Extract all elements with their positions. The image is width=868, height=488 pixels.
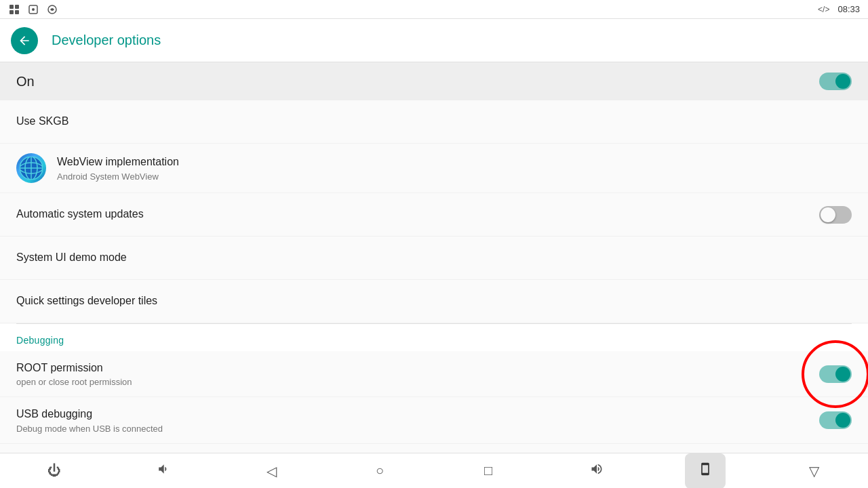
status-bar: </> 08:33 xyxy=(0,0,868,19)
status-bar-right: </> 08:33 xyxy=(818,4,860,14)
debugging-header: Debugging xyxy=(0,324,868,351)
root-toggle-wrapper xyxy=(819,365,852,383)
toggle-thumb-off xyxy=(821,207,835,222)
quick-settings-title: Quick settings developer tiles xyxy=(16,293,852,308)
time-display: 08:33 xyxy=(837,4,860,14)
on-label: On xyxy=(16,74,35,89)
svg-point-5 xyxy=(32,8,35,11)
content-area: On Use SKGB WebView implementation A xyxy=(0,62,868,453)
nav-screenshot[interactable] xyxy=(685,453,726,489)
app-icon-3 xyxy=(46,3,58,16)
system-ui-title: System UI demo mode xyxy=(16,250,852,265)
header: Developer options xyxy=(0,19,868,62)
nav-dropdown[interactable]: ▽ xyxy=(793,453,834,489)
root-permission-item[interactable]: ROOT permission open or close root permi… xyxy=(0,351,868,397)
root-permission-text: ROOT permission open or close root permi… xyxy=(16,361,819,387)
power-icon: ⏻ xyxy=(47,463,61,479)
auto-updates-text: Automatic system updates xyxy=(16,207,819,222)
nav-recents[interactable]: □ xyxy=(468,453,509,489)
webview-title: WebView implementation xyxy=(57,155,852,169)
svg-rect-2 xyxy=(9,10,14,14)
page-title: Developer options xyxy=(52,33,161,48)
usb-debugging-title: USB debugging xyxy=(16,407,819,422)
webview-subtitle: Android System WebView xyxy=(57,171,852,182)
developer-options-toggle[interactable] xyxy=(819,73,852,90)
auto-updates-title: Automatic system updates xyxy=(16,207,819,222)
use-skgb-item[interactable]: Use SKGB xyxy=(0,100,868,144)
system-ui-text: System UI demo mode xyxy=(16,250,852,265)
back-icon: ◁ xyxy=(267,463,277,479)
dropdown-icon: ▽ xyxy=(809,463,819,479)
nav-bar: ⏻ ◁ ○ □ ▽ xyxy=(0,453,868,488)
root-permission-title: ROOT permission xyxy=(16,361,819,375)
back-button[interactable] xyxy=(11,27,38,54)
quick-settings-item[interactable]: Quick settings developer tiles xyxy=(0,280,868,323)
system-ui-item[interactable]: System UI demo mode xyxy=(0,237,868,280)
volume-up-icon xyxy=(590,462,604,479)
svg-rect-0 xyxy=(9,5,14,9)
volume-down-icon xyxy=(156,462,170,479)
webview-item[interactable]: WebView implementation Android System We… xyxy=(0,144,868,193)
webview-icon xyxy=(16,153,46,183)
root-permission-toggle[interactable] xyxy=(819,365,852,383)
recents-icon: □ xyxy=(484,463,492,479)
usb-debugging-text: USB debugging Debug mode when USB is con… xyxy=(16,407,819,433)
status-bar-left xyxy=(8,3,58,16)
webview-text: WebView implementation Android System We… xyxy=(57,155,852,181)
dev-icon: </> xyxy=(818,5,829,14)
svg-rect-1 xyxy=(15,5,19,9)
app-icon-1 xyxy=(8,3,20,16)
nav-home[interactable]: ○ xyxy=(359,453,400,489)
usb-debugging-toggle[interactable] xyxy=(819,411,852,429)
app-icon-2 xyxy=(27,3,39,16)
nav-volume-up[interactable] xyxy=(576,453,617,489)
root-toggle-thumb xyxy=(835,367,850,382)
revoke-usb-item[interactable]: Revoke USB debugging authorisations xyxy=(0,444,868,453)
root-permission-subtitle: open or close root permission xyxy=(16,377,819,387)
quick-settings-text: Quick settings developer tiles xyxy=(16,293,852,308)
nav-back[interactable]: ◁ xyxy=(251,453,292,489)
usb-toggle-thumb xyxy=(835,413,850,428)
home-icon: ○ xyxy=(376,463,384,479)
auto-updates-item[interactable]: Automatic system updates xyxy=(0,193,868,237)
usb-debugging-item[interactable]: USB debugging Debug mode when USB is con… xyxy=(0,397,868,443)
on-row: On xyxy=(0,62,868,100)
screenshot-icon xyxy=(698,462,712,479)
nav-volume-down[interactable] xyxy=(142,453,183,489)
usb-debugging-subtitle: Debug mode when USB is connected xyxy=(16,424,819,434)
use-skgb-text: Use SKGB xyxy=(16,114,852,129)
use-skgb-title: Use SKGB xyxy=(16,114,852,129)
svg-rect-3 xyxy=(15,10,19,14)
toggle-thumb xyxy=(835,74,850,89)
nav-power[interactable]: ⏻ xyxy=(34,453,75,489)
auto-updates-toggle[interactable] xyxy=(819,206,852,224)
